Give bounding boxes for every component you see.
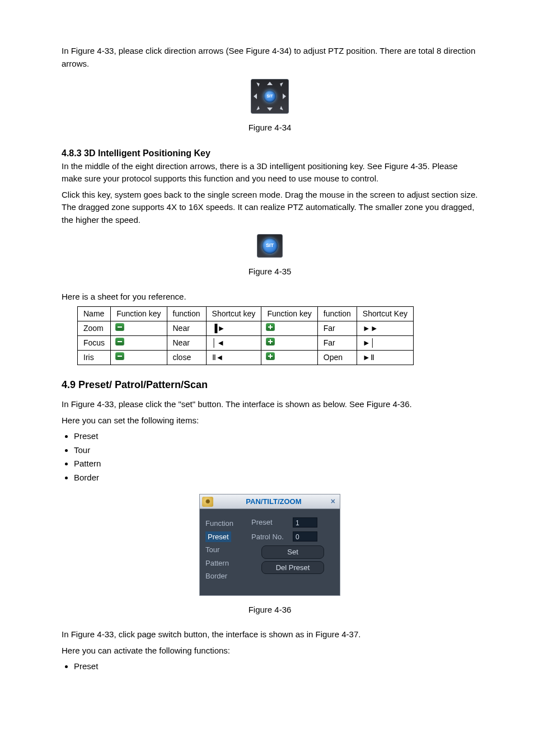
plus-icon — [266, 352, 275, 360]
list-item: Pattern — [74, 458, 478, 470]
app-logo-icon: ✺ — [202, 497, 213, 507]
section-49-p3: In Figure 4-33, click page switch button… — [62, 628, 478, 641]
arrow-upleft-icon — [255, 82, 260, 87]
th-function-2: function — [317, 307, 357, 321]
table-intro: Here is a sheet for you reference. — [62, 291, 478, 304]
list-item: Border — [74, 472, 478, 484]
row-func: close — [167, 351, 206, 365]
th-function-key-2: Function key — [261, 307, 317, 321]
plus-icon — [266, 338, 275, 346]
row-func: Near — [167, 336, 206, 351]
row-name: Focus — [78, 336, 111, 351]
minus-icon — [115, 323, 124, 331]
arrow-downleft-icon — [255, 106, 260, 110]
sidebar-item-preset[interactable]: Preset — [205, 530, 251, 544]
plus-icon — [266, 323, 275, 331]
list-item: Preset — [74, 430, 478, 443]
figure-caption-36: Figure 4-36 — [62, 604, 478, 617]
sidebar-item-tour[interactable]: Tour — [205, 543, 251, 557]
row-shortcut-2: ►► — [357, 321, 413, 336]
activate-functions-list: Preset — [62, 660, 478, 673]
row-name: Zoom — [78, 321, 111, 336]
intro-paragraph: In Figure 4-33, please click direction a… — [62, 45, 478, 70]
list-item: Preset — [74, 660, 478, 673]
patrol-label: Patrol No. — [251, 531, 293, 543]
close-icon[interactable]: × — [331, 496, 338, 507]
minus-icon — [115, 352, 124, 360]
function-list: Function Preset Tour Pattern Border — [205, 517, 251, 583]
th-function-key: Function key — [111, 307, 167, 321]
table-row: Focus Near │◄ Far ►│ — [78, 336, 414, 351]
row-shortcut: Ⅱ◄ — [206, 351, 261, 365]
row-shortcut-2: ►Ⅱ — [357, 351, 413, 365]
dialog-title: PAN/TILT/ZOOM — [217, 496, 331, 507]
row-shortcut-2: ►│ — [357, 336, 413, 351]
set-button[interactable]: Set — [261, 545, 324, 559]
row-shortcut: ▐► — [206, 321, 261, 336]
section-483-title: 4.8.3 3D Intelligent Positioning Key — [62, 147, 478, 160]
figure-caption-34: Figure 4-34 — [62, 122, 478, 134]
th-shortcut-key-2: Shortcut Key — [357, 307, 413, 321]
preset-label: Preset — [251, 517, 293, 528]
set-items-list: Preset Tour Pattern Border — [62, 430, 478, 484]
list-item: Tour — [74, 444, 478, 457]
sit-key-figure: SIT — [257, 234, 283, 258]
sidebar-item-border[interactable]: Border — [205, 570, 251, 583]
del-preset-button[interactable]: Del Preset — [261, 561, 324, 575]
table-row: Iris close Ⅱ◄ Open ►Ⅱ — [78, 351, 414, 365]
row-shortcut: │◄ — [206, 336, 261, 351]
dialog-titlebar: ✺ PAN/TILT/ZOOM × — [200, 494, 340, 509]
minus-icon — [115, 338, 124, 346]
sit-key-icon: SIT — [264, 90, 276, 102]
th-name: Name — [78, 307, 111, 321]
figure-caption-35: Figure 4-35 — [62, 265, 478, 278]
direction-arrows-figure: SIT — [251, 79, 289, 114]
row-func-2: Far — [317, 321, 357, 336]
th-shortcut-key: Shortcut key — [206, 307, 261, 321]
section-483-p1: In the middle of the eight direction arr… — [62, 160, 478, 185]
arrow-upright-icon — [280, 82, 284, 87]
arrow-right-icon — [283, 94, 286, 99]
arrow-up-icon — [267, 82, 273, 85]
patrol-input[interactable]: 0 — [293, 531, 317, 542]
sidebar-item-pattern[interactable]: Pattern — [205, 557, 251, 570]
row-func-2: Far — [317, 336, 357, 351]
row-name: Iris — [78, 351, 111, 365]
sidebar-item-function[interactable]: Function — [205, 517, 251, 530]
section-483-p2: Click this key, system goes back to the … — [62, 189, 478, 227]
table-row: Zoom Near ▐► Far ►► — [78, 321, 414, 336]
reference-table: Name Function key function Shortcut key … — [77, 306, 414, 365]
sit-key-icon: SIT — [262, 238, 278, 254]
row-func-2: Open — [317, 351, 357, 365]
section-49-title: 4.9 Preset/ Patrol/Pattern/Scan — [62, 377, 478, 393]
arrow-left-icon — [254, 94, 257, 99]
section-49-p4: Here you can activate the following func… — [62, 645, 478, 657]
pan-tilt-zoom-dialog: ✺ PAN/TILT/ZOOM × Function Preset Tour P… — [199, 494, 340, 596]
arrow-downright-icon — [280, 106, 284, 110]
row-func: Near — [167, 321, 206, 336]
th-function: function — [167, 307, 206, 321]
section-49-p1: In Figure 4-33, please click the "set" b… — [62, 398, 478, 411]
arrow-down-icon — [267, 108, 273, 111]
preset-input[interactable]: 1 — [293, 517, 317, 528]
section-49-p2: Here you can set the following items: — [62, 414, 478, 427]
